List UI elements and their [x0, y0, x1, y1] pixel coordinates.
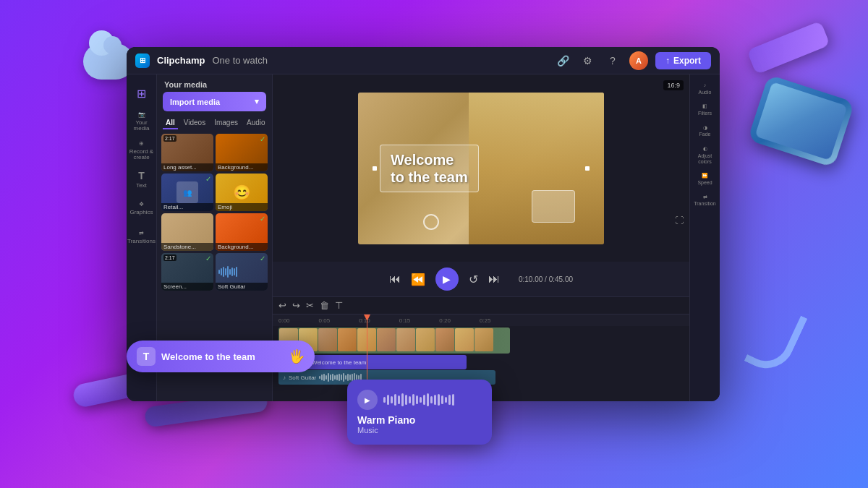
wave-bar: [347, 374, 349, 381]
wave-bar: [334, 375, 336, 380]
text-track-segment[interactable]: Welcome to the team: [307, 355, 467, 369]
tab-videos[interactable]: Videos: [181, 117, 208, 129]
wave-bar: [321, 374, 323, 380]
undo-button[interactable]: ↩: [278, 300, 286, 311]
right-panel-fade[interactable]: ◑ Fade: [692, 121, 719, 141]
cut-button[interactable]: ✂: [306, 300, 314, 311]
sidebar-item-record[interactable]: ⊕ Record & create: [129, 138, 155, 164]
waveform-bar: [401, 393, 404, 406]
step-back-button[interactable]: ⏪: [411, 273, 425, 286]
tablet-element: [532, 190, 575, 223]
export-button[interactable]: ↑ Export: [655, 52, 711, 69]
wave-bar: [330, 374, 331, 380]
sidebar-grid-icon[interactable]: ⊞: [129, 80, 155, 106]
resize-handle-left[interactable]: [373, 166, 377, 171]
delete-button[interactable]: 🗑: [320, 300, 329, 311]
video-thumb: [475, 328, 493, 351]
media-item-background2[interactable]: ✓ Background...: [216, 213, 268, 251]
playhead[interactable]: [367, 314, 367, 387]
sidebar-item-text[interactable]: T Text: [129, 167, 155, 193]
wave-bar: [323, 374, 325, 381]
waveform-bar: [441, 395, 443, 404]
play-button[interactable]: ▶: [435, 267, 459, 291]
record-icon: ⊕: [139, 141, 144, 147]
warm-piano-play-btn[interactable]: ▶: [357, 390, 378, 410]
video-thumb: [396, 328, 415, 351]
speed-icon: ⏩: [702, 173, 708, 179]
sidebar-item-graphics[interactable]: ❖ Graphics: [129, 196, 155, 222]
media-item-emoji[interactable]: 😊 Emoji: [216, 174, 268, 211]
time-marker: 0:20: [439, 317, 451, 324]
text-track-label: Welcome to the team: [312, 359, 366, 366]
import-media-button[interactable]: Import media ▾: [163, 92, 266, 111]
video-thumb: [318, 328, 337, 351]
sidebar-item-your-media[interactable]: 📷 Your media: [129, 109, 155, 135]
right-panel-transition[interactable]: ⇄ Transition: [692, 191, 719, 210]
tab-audio[interactable]: Audio: [244, 117, 268, 129]
waveform-bar: [398, 395, 400, 404]
share-icon[interactable]: 🔗: [556, 53, 571, 69]
media-panel-header: Your media: [157, 74, 272, 92]
warm-piano-header: ▶: [357, 390, 482, 410]
sidebar-item-transitions[interactable]: ⇄ Transitions: [129, 225, 155, 251]
waveform-bar: [409, 396, 411, 403]
skip-back-button[interactable]: ⏮: [389, 273, 401, 286]
waveform-bar: [405, 395, 407, 405]
wave-bar: [328, 373, 329, 382]
check-icon: ✓: [260, 135, 265, 143]
skip-forward-button[interactable]: ⏭: [488, 273, 500, 286]
help-icon[interactable]: ?: [605, 53, 621, 69]
split-button[interactable]: ⊤: [335, 300, 343, 311]
right-panel-filters[interactable]: ◧ Filters: [692, 100, 719, 119]
preview-area: Welcometo the team 16:9 ⛶ ⏮ ⏪ ▶ ↺ ⏭ 0:10…: [273, 74, 689, 401]
tab-images[interactable]: Images: [211, 117, 241, 129]
waveform-bar: [394, 394, 396, 406]
resize-handle-right[interactable]: [585, 166, 590, 171]
redo-button[interactable]: ↪: [292, 300, 300, 311]
settings-icon[interactable]: ⚙: [580, 53, 596, 69]
warm-piano-card: ▶ Warm Piano Music: [347, 380, 492, 445]
waveform-bar: [427, 393, 429, 406]
right-panel-audio[interactable]: ♪ Audio: [692, 79, 719, 98]
waveform-bar: [416, 395, 418, 404]
user-avatar[interactable]: A: [629, 51, 648, 70]
wave-bar: [345, 375, 346, 380]
media-grid: 2:17 Long asset... ✓ Background... 👥 ✓ R…: [157, 134, 272, 291]
export-label: Export: [673, 56, 701, 66]
check-icon: ✓: [260, 215, 265, 223]
playback-timecode: 0:10.00 / 0:45.00: [519, 275, 573, 283]
wave-bar: [336, 374, 338, 380]
waveform-bar: [434, 395, 436, 405]
time-marker: 0:25: [480, 317, 491, 324]
hook-decoration: [744, 302, 808, 378]
waveform-bar: [383, 397, 386, 403]
waveform-bar: [448, 395, 451, 405]
transitions-icon: ⇄: [139, 231, 144, 237]
media-item-soft-guitar[interactable]: ✓ Soft Guitar: [216, 253, 268, 291]
blue-card-decoration: [747, 74, 854, 168]
waveform-bar: [430, 396, 433, 403]
right-panel-speed[interactable]: ⏩ Speed: [692, 169, 719, 189]
media-item-sandstone[interactable]: Sandstone...: [161, 213, 213, 251]
waveform-bar: [438, 394, 440, 406]
time-marker: 0:15: [399, 317, 411, 324]
media-tabs: All Videos Images Audio: [157, 117, 272, 129]
media-item-screen[interactable]: 2:17 ✓ Screen...: [161, 253, 213, 291]
loop-button[interactable]: ↺: [469, 273, 478, 286]
timeline-toolbar: ↩ ↪ ✂ 🗑 ⊤: [273, 297, 689, 314]
check-icon: ✓: [260, 254, 265, 262]
playback-controls: ⏮ ⏪ ▶ ↺ ⏭ 0:10.00 / 0:45.00: [273, 262, 689, 296]
transition-icon: ⇄: [703, 194, 707, 200]
right-panel-adjust-colors[interactable]: ◐ Adjust colors: [692, 142, 719, 168]
media-item-background1[interactable]: ✓ Background...: [216, 134, 268, 171]
video-thumb: [435, 328, 454, 351]
media-item-long-asset[interactable]: 2:17 Long asset...: [161, 134, 213, 171]
tab-all[interactable]: All: [163, 117, 178, 129]
fullscreen-icon[interactable]: ⛶: [675, 215, 684, 226]
media-item-retail[interactable]: 👥 ✓ Retail...: [161, 174, 213, 211]
video-thumb: [416, 328, 435, 351]
time-ruler: 0:00 0:05 0:10 0:15 0:20 0:25: [273, 314, 689, 326]
video-frame: Welcometo the team: [358, 93, 604, 244]
video-text-overlay[interactable]: Welcometo the team: [380, 145, 479, 192]
floating-text-track[interactable]: T Welcome to the team 🖐: [127, 341, 315, 372]
